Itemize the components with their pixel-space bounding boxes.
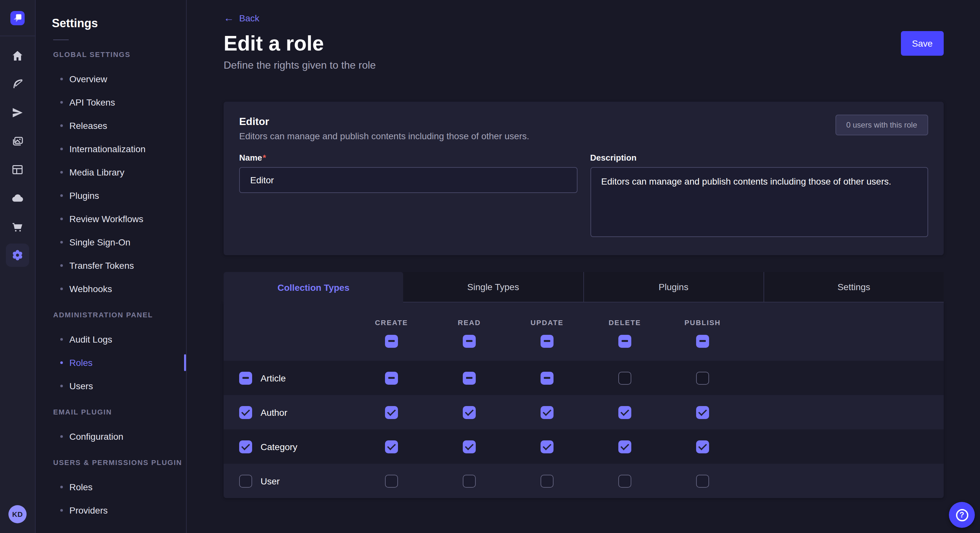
sidebar-item-media-library[interactable]: Media Library: [36, 160, 186, 184]
users-with-role-badge[interactable]: 0 users with this role: [835, 115, 928, 135]
bullet-icon: [60, 241, 63, 244]
permission-column-header: Delete: [586, 303, 664, 361]
row-select-all-checkbox[interactable]: [239, 371, 252, 384]
cloud-icon[interactable]: [6, 187, 29, 210]
tab-plugins[interactable]: Plugins: [583, 272, 764, 303]
permission-checkbox[interactable]: [463, 371, 476, 384]
sidebar-item-roles[interactable]: Roles: [36, 351, 186, 374]
sidebar-item-roles[interactable]: Roles: [36, 475, 186, 499]
sidebar-item-label: Roles: [69, 482, 93, 492]
permission-checkbox[interactable]: [696, 440, 709, 453]
feather-icon[interactable]: [6, 73, 29, 96]
sidebar-section: USERS & PERMISSIONS PLUGIN Roles Provide…: [36, 458, 186, 522]
sidebar-item-single-sign-on[interactable]: Single Sign-On: [36, 230, 186, 254]
sidebar-item-label: Releases: [69, 121, 107, 131]
bullet-icon: [60, 217, 63, 220]
save-button[interactable]: Save: [901, 31, 944, 56]
permission-checkbox[interactable]: [618, 371, 631, 384]
permission-checkbox[interactable]: [541, 474, 554, 487]
permission-checkbox[interactable]: [541, 406, 554, 419]
sidebar-item-label: Internationalization: [69, 144, 145, 154]
sidebar-item-review-workflows[interactable]: Review Workflows: [36, 207, 186, 230]
permission-row-user: User: [224, 464, 944, 498]
permission-checkbox[interactable]: [696, 406, 709, 419]
permission-checkbox[interactable]: [618, 406, 631, 419]
question-mark-icon: ?: [956, 509, 968, 521]
user-avatar[interactable]: KD: [8, 505, 27, 523]
row-select-all-checkbox[interactable]: [239, 440, 252, 453]
sidebar-section: ADMINISTRATION PANEL Audit Logs Roles Us…: [36, 311, 186, 398]
back-label: Back: [239, 13, 259, 23]
sidebar-item-plugins[interactable]: Plugins: [36, 184, 186, 207]
rail-icon-list: [0, 36, 35, 267]
sidebar-item-transfer-tokens[interactable]: Transfer Tokens: [36, 254, 186, 277]
bullet-icon: [60, 264, 63, 267]
sidebar-item-overview[interactable]: Overview: [36, 67, 186, 90]
back-link[interactable]: ← Back: [224, 13, 259, 23]
permission-checkbox[interactable]: [463, 474, 476, 487]
sidebar-section-label: GLOBAL SETTINGS: [53, 51, 186, 60]
permission-checkbox[interactable]: [385, 474, 398, 487]
sidebar-item-label: Overview: [69, 74, 107, 84]
name-input[interactable]: [239, 167, 577, 193]
gear-icon[interactable]: [6, 244, 29, 267]
layout-icon[interactable]: [6, 158, 29, 181]
permission-column-header: Publish: [664, 303, 741, 361]
tab-settings[interactable]: Settings: [764, 272, 944, 303]
strapi-logo-icon[interactable]: [10, 11, 25, 25]
permissions-table-header: Create Read Update Delete Publish: [224, 303, 944, 361]
bullet-icon: [60, 362, 63, 364]
permission-checkbox[interactable]: [385, 371, 398, 384]
description-textarea[interactable]: [590, 167, 928, 237]
permission-checkbox[interactable]: [696, 474, 709, 487]
sidebar-item-api-tokens[interactable]: API Tokens: [36, 90, 186, 114]
home-icon[interactable]: [6, 44, 29, 67]
permission-checkbox[interactable]: [696, 371, 709, 384]
media-icon[interactable]: [6, 130, 29, 153]
sidebar-item-providers[interactable]: Providers: [36, 499, 186, 522]
permission-row-category: Category: [224, 429, 944, 464]
permissions-section: Collection TypesSingle TypesPluginsSetti…: [224, 272, 944, 498]
tab-single-types[interactable]: Single Types: [404, 272, 583, 303]
column-select-all-checkbox[interactable]: [385, 335, 398, 347]
permission-checkbox[interactable]: [618, 474, 631, 487]
tab-collection-types[interactable]: Collection Types: [224, 272, 404, 303]
bullet-icon: [60, 486, 63, 488]
sidebar-item-webhooks[interactable]: Webhooks: [36, 277, 186, 300]
column-select-all-checkbox[interactable]: [541, 335, 554, 347]
column-select-all-checkbox[interactable]: [618, 335, 631, 347]
sidebar-section-label: USERS & PERMISSIONS PLUGIN: [53, 458, 186, 468]
sidebar-item-configuration[interactable]: Configuration: [36, 425, 186, 448]
sidebar-section: EMAIL PLUGIN Configuration: [36, 408, 186, 448]
cart-icon[interactable]: [6, 215, 29, 238]
bullet-icon: [60, 287, 63, 290]
permission-column-label: Read: [458, 318, 480, 326]
permission-checkbox[interactable]: [541, 371, 554, 384]
permission-checkbox[interactable]: [541, 440, 554, 453]
help-button[interactable]: ?: [949, 502, 975, 528]
permission-column-header: Update: [508, 303, 586, 361]
sidebar-item-label: Review Workflows: [69, 214, 143, 224]
permission-checkbox[interactable]: [618, 440, 631, 453]
column-select-all-checkbox[interactable]: [463, 335, 476, 347]
sidebar-item-label: Webhooks: [69, 284, 112, 294]
sidebar-item-releases[interactable]: Releases: [36, 114, 186, 137]
row-select-all-checkbox[interactable]: [239, 406, 252, 419]
brand-area: [0, 0, 35, 36]
permission-checkbox[interactable]: [385, 440, 398, 453]
permission-row-author: Author: [224, 395, 944, 429]
sidebar-item-label: Roles: [69, 357, 93, 368]
sidebar-item-audit-logs[interactable]: Audit Logs: [36, 328, 186, 351]
permission-checkbox[interactable]: [463, 440, 476, 453]
column-select-all-checkbox[interactable]: [696, 335, 709, 347]
permission-column-header: Create: [353, 303, 430, 361]
sidebar-item-internationalization[interactable]: Internationalization: [36, 137, 186, 160]
sidebar-item-label: Transfer Tokens: [69, 260, 134, 271]
sidebar-section-label: EMAIL PLUGIN: [53, 408, 186, 417]
send-icon[interactable]: [6, 101, 29, 124]
permission-checkbox[interactable]: [463, 406, 476, 419]
sidebar-item-users[interactable]: Users: [36, 374, 186, 398]
permissions-table: Create Read Update Delete Publish Articl…: [224, 303, 944, 498]
row-select-all-checkbox[interactable]: [239, 474, 252, 487]
permission-checkbox[interactable]: [385, 406, 398, 419]
